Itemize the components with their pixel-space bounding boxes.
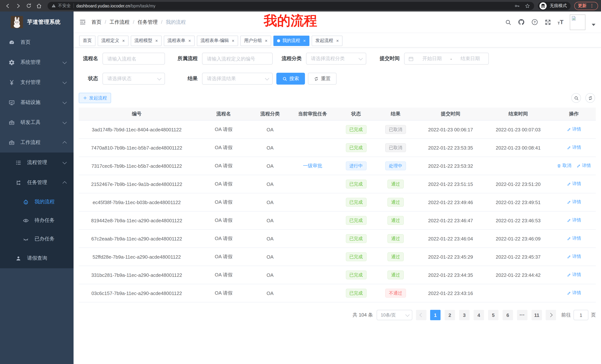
- tab[interactable]: 流程定义 ×: [98, 35, 129, 46]
- tab[interactable]: 流程表单-编辑 ×: [197, 35, 238, 46]
- tab-close-icon[interactable]: ×: [303, 38, 306, 43]
- next-page-button[interactable]: [546, 310, 556, 320]
- sidebar-item-workflow[interactable]: 工作流程: [0, 133, 74, 153]
- cancel-action[interactable]: 取消: [557, 163, 571, 169]
- sidebar-item-infra[interactable]: 基础设施: [0, 92, 74, 112]
- cell-name: OA 请假: [195, 193, 253, 211]
- sidebar-item-system[interactable]: 系统管理: [0, 52, 74, 72]
- search-button[interactable]: 搜索: [276, 73, 305, 85]
- goto-page-input[interactable]: [573, 310, 588, 320]
- show-search-button[interactable]: [571, 93, 581, 103]
- tab-close-icon[interactable]: ×: [188, 38, 191, 43]
- url-text[interactable]: dashboard.yudao.iocoder.cn/bpm/task/my: [76, 3, 155, 8]
- page-button[interactable]: 1: [430, 310, 441, 320]
- page-size-select[interactable]: 10条/页: [377, 310, 412, 320]
- sidebar-item-home[interactable]: 首页: [0, 32, 74, 52]
- detail-action[interactable]: 详情: [576, 163, 591, 169]
- breadcrumb-item[interactable]: 工作流程: [110, 19, 130, 25]
- reload-icon[interactable]: [24, 1, 33, 10]
- page-button[interactable]: 2: [445, 310, 455, 320]
- status-placeholder: 请选择状态: [107, 75, 131, 82]
- app-logo[interactable]: 芋道管理系统: [0, 11, 74, 32]
- page-button[interactable]: 11: [531, 310, 542, 320]
- font-size-icon[interactable]: TT: [558, 19, 563, 25]
- process-def-input[interactable]: [202, 53, 273, 65]
- fullscreen-icon[interactable]: [545, 19, 551, 25]
- security-chip[interactable]: 不安全: [51, 3, 71, 9]
- page-button[interactable]: 3: [459, 310, 470, 320]
- sidebar-item-leave-query[interactable]: 请假查询: [0, 248, 74, 268]
- avatar[interactable]: [570, 14, 585, 30]
- sidebar-item-my-process[interactable]: 我的流程: [0, 192, 74, 211]
- end-date-placeholder[interactable]: 结束日期: [456, 55, 485, 62]
- cell-current-task: [288, 193, 338, 211]
- detail-action[interactable]: 详情: [567, 181, 581, 187]
- breadcrumb-item[interactable]: 首页: [91, 19, 101, 25]
- github-icon[interactable]: [518, 19, 525, 26]
- tab[interactable]: 流程模型 ×: [131, 35, 161, 46]
- status-select[interactable]: 请选择状态: [102, 73, 165, 85]
- forward-icon[interactable]: [13, 1, 23, 10]
- prev-page-button[interactable]: [416, 310, 426, 320]
- browser-menu-icon[interactable]: [590, 3, 594, 8]
- sidebar-item-payment[interactable]: 支付管理: [0, 72, 74, 92]
- tab[interactable]: 我的流程 ×: [273, 35, 310, 46]
- result-select[interactable]: 请选择流结果: [202, 73, 273, 85]
- process-name-input[interactable]: [102, 53, 165, 65]
- avatar-caret-icon[interactable]: [592, 24, 595, 26]
- home-icon[interactable]: [34, 1, 44, 10]
- tab[interactable]: 用户分组 ×: [240, 35, 271, 46]
- detail-action[interactable]: 详情: [567, 254, 581, 260]
- update-button[interactable]: 更新: [574, 2, 598, 10]
- sidebar-item-done-tasks[interactable]: 已办任务: [0, 230, 74, 248]
- refresh-table-button[interactable]: [585, 93, 595, 103]
- detail-action[interactable]: 详情: [567, 290, 581, 296]
- reset-button[interactable]: 重置: [308, 73, 337, 85]
- cell-name: OA 请假: [195, 157, 253, 175]
- menu-fold-icon[interactable]: [79, 19, 86, 26]
- cell-name: OA 请假: [195, 284, 253, 302]
- sidebar-item-label: 支付管理: [20, 79, 40, 86]
- breadcrumb-item[interactable]: 任务管理: [138, 19, 158, 25]
- key-icon[interactable]: [514, 3, 520, 9]
- incognito-icon: [539, 2, 547, 10]
- sidebar-item-task-mgmt[interactable]: 任务管理: [0, 172, 74, 192]
- page-button[interactable]: 6: [502, 310, 513, 320]
- detail-action[interactable]: 详情: [567, 272, 581, 278]
- detail-action[interactable]: 详情: [567, 217, 581, 224]
- back-icon[interactable]: [3, 1, 13, 10]
- tab-close-icon[interactable]: ×: [122, 38, 125, 43]
- pagination: 共 104 条 10条/页 1 2 3 4: [79, 310, 596, 320]
- detail-action[interactable]: 详情: [567, 126, 581, 133]
- detail-action[interactable]: 详情: [567, 144, 581, 151]
- tab-close-icon[interactable]: ×: [265, 38, 267, 43]
- tab-close-icon[interactable]: ×: [232, 38, 234, 43]
- current-task-link[interactable]: 一级审批: [303, 163, 322, 168]
- detail-action[interactable]: 详情: [567, 235, 581, 242]
- page-button[interactable]: •••: [517, 310, 527, 320]
- cell-current-task: [288, 284, 338, 302]
- category-select[interactable]: 请选择流程分类: [306, 53, 366, 65]
- detail-action[interactable]: 详情: [567, 199, 581, 205]
- sidebar-item-label: 流程管理: [27, 159, 47, 166]
- search-icon[interactable]: [505, 19, 511, 25]
- page-button[interactable]: 4: [474, 310, 484, 320]
- tab[interactable]: 发起流程 ×: [312, 35, 342, 46]
- sidebar-item-process-mgmt[interactable]: 流程管理: [0, 153, 74, 172]
- start-date-placeholder[interactable]: 开始日期: [418, 55, 447, 62]
- sidebar-item-devtools[interactable]: 研发工具: [0, 112, 74, 133]
- cell-submit-time: 2022-01-22 23:51:15: [417, 175, 484, 193]
- browser-toolbar: 不安全 dashboard.yudao.iocoder.cn/bpm/task/…: [0, 0, 601, 11]
- start-process-button[interactable]: 发起流程: [79, 93, 111, 103]
- tab[interactable]: 流程表单 ×: [164, 35, 195, 46]
- tab-close-icon[interactable]: ×: [155, 38, 158, 43]
- sidebar-item-label: 我的流程: [35, 199, 55, 205]
- page-button[interactable]: 5: [488, 310, 499, 320]
- tab[interactable]: 首页: [79, 35, 95, 46]
- sidebar-item-todo-tasks[interactable]: 待办任务: [0, 211, 74, 230]
- address-bar[interactable]: 不安全 dashboard.yudao.iocoder.cn/bpm/task/…: [48, 2, 534, 10]
- help-icon[interactable]: ?: [531, 19, 538, 26]
- submit-time-range-picker[interactable]: 开始日期 - 结束日期: [404, 53, 489, 65]
- bookmark-star-icon[interactable]: [524, 3, 531, 9]
- tab-close-icon[interactable]: ×: [336, 38, 339, 43]
